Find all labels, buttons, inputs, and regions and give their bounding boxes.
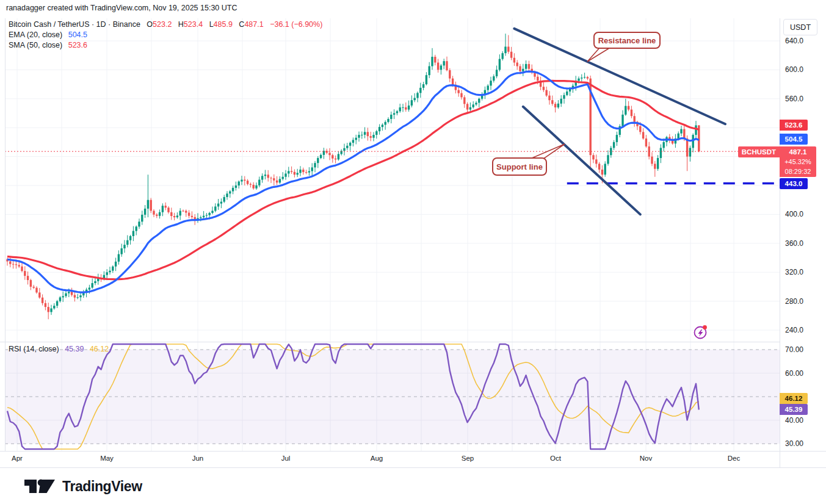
- rsi-label: RSI (14, close): [9, 345, 59, 353]
- price-tick-label: 280.0: [785, 297, 803, 306]
- tradingview-chart-page: ranadagger created with TradingView.com,…: [0, 0, 826, 504]
- sma-50-line[interactable]: [7, 81, 699, 279]
- rsi-ma-value: 46.12: [90, 345, 109, 353]
- tradingview-logo-mark: [22, 475, 57, 497]
- last-price-value: 487.1: [780, 147, 816, 157]
- rsi-tick-label: 30.00: [785, 439, 803, 448]
- tradingview-logo: TradingView: [22, 475, 142, 497]
- open-value: 523.2: [153, 20, 172, 29]
- month-label-sep: Sep: [462, 455, 474, 462]
- price-tick-label: 640.0: [785, 37, 803, 45]
- candlestick-series: [6, 34, 700, 319]
- month-label-may: May: [100, 455, 114, 462]
- rsi-legend-row[interactable]: RSI (14, close) 45.39 46.12: [9, 345, 109, 353]
- rsi-tick-label: 60.00: [785, 369, 803, 378]
- support-line-callout[interactable]: Support line: [492, 157, 547, 176]
- price-tick-label: 560.0: [785, 95, 803, 103]
- change-value: −36.1 (−6.90%): [270, 20, 322, 29]
- sma-chip-value: 523.6: [780, 120, 808, 131]
- price-tick-label: 360.0: [785, 239, 803, 248]
- support-level-chip: 443.0: [780, 178, 808, 189]
- rsi-value: 45.39: [65, 345, 84, 353]
- month-label-apr: Apr: [12, 455, 23, 462]
- time-axis-border: [0, 451, 826, 452]
- symbol-title[interactable]: Bitcoin Cash / TetherUS · 1D · Binance: [9, 20, 140, 29]
- month-label-jun: Jun: [192, 455, 204, 462]
- price-tick-label: 320.0: [785, 268, 803, 276]
- month-label-oct: Oct: [550, 455, 561, 462]
- last-price-change-pct: +45.32%: [780, 157, 816, 167]
- ema-value: 504.5: [68, 31, 87, 39]
- rsi-chip-value: 45.39: [780, 404, 808, 415]
- month-label-aug: Aug: [371, 455, 383, 462]
- month-label-jul: Jul: [281, 455, 291, 462]
- price-tick-label: 600.0: [785, 65, 803, 74]
- ema-20-line[interactable]: [7, 71, 699, 292]
- close-value: 487.1: [244, 20, 263, 29]
- sma-label: SMA (50, close): [9, 41, 62, 49]
- month-label-dec: Dec: [728, 455, 740, 462]
- high-label: H: [178, 20, 184, 29]
- bar-countdown: 08:29:32: [780, 167, 816, 176]
- ema-chip-value: 504.5: [780, 134, 808, 145]
- sma-value: 523.6: [68, 41, 87, 49]
- tradingview-logo-text: TradingView: [62, 478, 142, 495]
- open-label: O: [147, 20, 153, 29]
- sma-legend-row[interactable]: SMA (50, close) 523.6: [9, 40, 322, 51]
- key-events-lightning-icon[interactable]: [692, 323, 710, 342]
- high-value: 523.4: [184, 20, 203, 29]
- rsi-ma-chip-value: 46.12: [780, 393, 808, 404]
- pane-left-border: [5, 18, 5, 451]
- ema-legend-row[interactable]: EMA (20, close) 504.5: [9, 30, 322, 40]
- bottom-border: [0, 467, 826, 468]
- last-price-chip-symbol: BCHUSDT: [738, 146, 780, 157]
- resistance-line-callout[interactable]: Resistance line: [593, 32, 661, 49]
- rsi-tick-label: 70.00: [785, 345, 803, 354]
- price-tick-label: 240.0: [785, 326, 803, 334]
- chart-legend: Bitcoin Cash / TetherUS · 1D · Binance O…: [9, 20, 322, 51]
- chart-canvas[interactable]: [0, 0, 826, 504]
- attribution-text: ranadagger created with TradingView.com,…: [6, 4, 237, 12]
- price-tick-label: 400.0: [785, 210, 803, 218]
- low-value: 485.9: [214, 20, 233, 29]
- currency-scale-button[interactable]: USDT: [783, 19, 817, 35]
- pane-separator[interactable]: [0, 342, 780, 342]
- symbol-legend-row[interactable]: Bitcoin Cash / TetherUS · 1D · Binance O…: [9, 20, 322, 30]
- ema-label: EMA (20, close): [9, 31, 62, 39]
- rsi-tick-label: 40.00: [785, 416, 803, 425]
- month-label-nov: Nov: [640, 455, 652, 462]
- low-label: L: [209, 20, 214, 29]
